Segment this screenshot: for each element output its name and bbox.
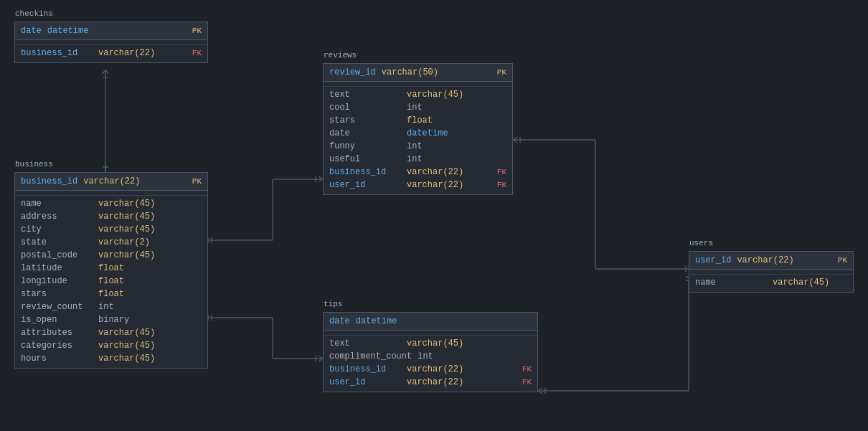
table-header-reviews: review_idvarchar(50)PK — [324, 64, 512, 82]
svg-line-2 — [105, 70, 108, 74]
table-row: is_openbinary — [15, 313, 207, 326]
row-col-type: int — [407, 154, 423, 164]
table-row: cityvarchar(45) — [15, 223, 207, 236]
svg-line-33 — [538, 388, 542, 391]
row-col-name: user_id — [329, 180, 401, 190]
row-col-type: varchar(22) — [407, 377, 463, 387]
table-title-reviews: reviews — [324, 51, 357, 60]
table-row: statevarchar(2) — [15, 236, 207, 249]
table-row: latitudefloat — [15, 262, 207, 275]
header-col-name-reviews: review_id — [329, 67, 376, 77]
row-col-name: state — [21, 237, 93, 247]
row-col-name: categories — [21, 341, 93, 351]
table-row: user_idvarchar(22)FK — [324, 376, 537, 389]
header-col-key-checkins: PK — [192, 27, 202, 35]
row-col-type: varchar(2) — [98, 237, 150, 247]
row-col-name: latitude — [21, 263, 93, 273]
row-col-type: varchar(45) — [98, 212, 155, 222]
row-col-type: int — [407, 141, 423, 151]
row-col-type: int — [407, 103, 423, 113]
row-col-type: varchar(45) — [98, 199, 155, 209]
table-body-tips: textvarchar(45)compliment_countintbusine… — [324, 331, 537, 392]
row-col-type: varchar(45) — [98, 328, 155, 338]
row-col-name: compliment_count — [329, 351, 412, 361]
table-business: businessbusiness_idvarchar(22)PKnamevarc… — [14, 172, 208, 369]
row-col-type: varchar(22) — [407, 167, 463, 177]
row-col-name: business_id — [329, 364, 401, 374]
header-col-name-checkins: date — [21, 26, 42, 36]
row-col-name: user_id — [329, 377, 401, 387]
row-col-type: varchar(22) — [407, 364, 463, 374]
row-col-name: business_id — [329, 167, 401, 177]
table-row: coolint — [324, 101, 512, 114]
row-col-name: date — [329, 128, 401, 138]
row-col-type: float — [98, 276, 124, 286]
row-col-type: varchar(22) — [98, 48, 155, 58]
table-row: review_countint — [15, 300, 207, 313]
row-col-name: name — [695, 278, 767, 288]
table-header-tips: datedatetime — [324, 313, 537, 331]
row-col-name: hours — [21, 354, 93, 364]
row-col-type: float — [407, 115, 433, 125]
table-row: user_idvarchar(22)FK — [324, 179, 512, 191]
row-col-name: text — [329, 90, 401, 100]
table-row: attributesvarchar(45) — [15, 326, 207, 339]
row-col-name: funny — [329, 141, 401, 151]
table-body-reviews: textvarchar(45)coolintstarsfloatdatedate… — [324, 82, 512, 194]
header-col-name-business: business_id — [21, 176, 77, 186]
row-col-name: stars — [329, 115, 401, 125]
row-col-type: float — [98, 289, 124, 299]
header-col-name-tips: date — [329, 316, 350, 326]
table-reviews: reviewsreview_idvarchar(50)PKtextvarchar… — [323, 63, 513, 195]
svg-line-18 — [513, 137, 517, 140]
row-col-name: review_count — [21, 302, 93, 312]
table-row: namevarchar(45) — [689, 274, 853, 289]
table-body-business: namevarchar(45)addressvarchar(45)cityvar… — [15, 191, 207, 368]
table-header-checkins: datedatetimePK — [15, 22, 207, 40]
row-col-name: cool — [329, 103, 401, 113]
row-col-key: FK — [522, 365, 532, 374]
header-col-type-reviews: varchar(50) — [382, 67, 438, 77]
row-col-type: varchar(22) — [407, 180, 463, 190]
table-header-users: user_idvarchar(22)PK — [689, 252, 853, 270]
table-row: usefulint — [324, 153, 512, 166]
table-row: funnyint — [324, 140, 512, 153]
table-row: textvarchar(45) — [324, 86, 512, 101]
row-col-type: varchar(45) — [98, 224, 155, 235]
row-col-type: varchar(45) — [98, 250, 155, 260]
row-col-name: address — [21, 212, 93, 222]
row-col-name: useful — [329, 154, 401, 164]
table-row: postal_codevarchar(45) — [15, 249, 207, 262]
row-col-name: postal_code — [21, 250, 93, 260]
header-col-type-tips: datetime — [356, 316, 397, 326]
row-col-type: varchar(45) — [407, 90, 463, 100]
row-col-type: datetime — [407, 128, 448, 138]
table-row: datedatetime — [324, 127, 512, 140]
row-col-name: business_id — [21, 48, 93, 58]
row-col-key: FK — [522, 378, 532, 387]
row-col-name: longitude — [21, 276, 93, 286]
table-checkins: checkinsdatedatetimePKbusiness_idvarchar… — [14, 22, 208, 63]
table-title-business: business — [15, 160, 53, 169]
row-col-type: varchar(45) — [407, 338, 463, 349]
row-col-name: city — [21, 224, 93, 235]
row-col-type: binary — [98, 315, 129, 325]
svg-line-1 — [103, 70, 105, 74]
row-col-type: int — [418, 351, 433, 361]
table-title-users: users — [689, 239, 713, 247]
header-col-name-users: user_id — [695, 255, 731, 265]
row-col-type: varchar(45) — [773, 278, 829, 288]
table-tips: tipsdatedatetimetextvarchar(45)complimen… — [323, 312, 538, 392]
table-body-checkins: business_idvarchar(22)FK — [15, 40, 207, 62]
table-row: categoriesvarchar(45) — [15, 339, 207, 352]
row-col-key: FK — [497, 181, 506, 189]
table-row: longitudefloat — [15, 275, 207, 288]
row-col-type: int — [98, 302, 114, 312]
table-row: compliment_countint — [324, 350, 537, 363]
table-row: addressvarchar(45) — [15, 210, 207, 223]
row-col-key: FK — [497, 168, 506, 176]
header-col-key-business: PK — [192, 177, 202, 186]
table-body-users: namevarchar(45) — [689, 270, 853, 292]
table-title-tips: tips — [324, 300, 342, 308]
row-col-name: is_open — [21, 315, 93, 325]
